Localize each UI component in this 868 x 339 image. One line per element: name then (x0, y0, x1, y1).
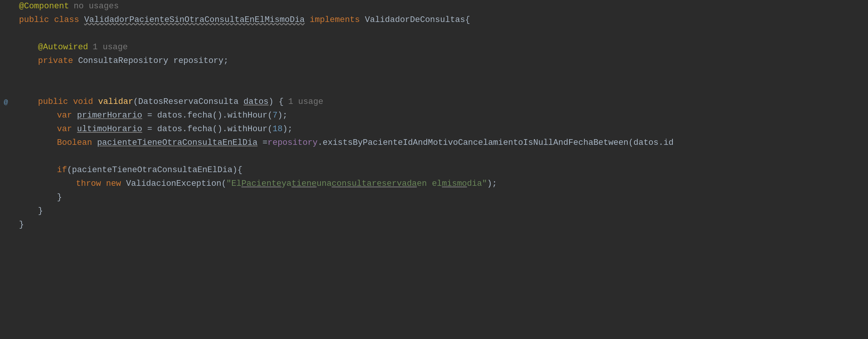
assign-2: = datos.fecha().withHour( (142, 123, 272, 135)
repository-ref: repository (268, 137, 318, 149)
exception-paren: ( (221, 177, 226, 190)
string-reservada: reservada (372, 177, 417, 190)
param-type-datos: DatosReservaConsulta (138, 96, 238, 108)
close-brace-if: } (57, 191, 62, 204)
space (72, 109, 77, 122)
string-tiene: tiene (292, 177, 317, 190)
kw-new: new (106, 177, 121, 190)
code-line-17: } (0, 218, 868, 232)
var-paciente-tiene: pacienteTieneOtraConsultaEnElDia (97, 137, 257, 149)
code-line-13: if (pacienteTieneOtraConsultaEnElDia){ (0, 164, 868, 177)
kw-boolean: Boolean (57, 137, 92, 149)
space (92, 137, 97, 149)
string-el: "El (226, 177, 241, 190)
method-chain: .existsByPacienteIdAndMotivoCancelamient… (318, 137, 674, 149)
hint-1-usage-method: 1 usage (288, 96, 323, 108)
code-line-14: throw new ValidacionException ( "El Paci… (0, 177, 868, 191)
string-una: una (317, 177, 332, 190)
field-repo: repository; (173, 55, 228, 67)
space (72, 123, 77, 135)
space (68, 96, 73, 108)
string-mismo: mismo (442, 177, 467, 190)
close-brace-class: } (19, 218, 24, 231)
space (168, 55, 173, 67)
assign-3: = (257, 137, 267, 149)
paren-open: ( (133, 96, 138, 108)
class-name-decl: ValidadorPacienteSinOtraConsultaEnElMism… (84, 14, 305, 26)
annotation-autowired: @Autowired (38, 41, 88, 53)
space (121, 177, 126, 190)
code-line-9: var primerHorario = datos.fecha().withHo… (0, 109, 868, 123)
space (73, 55, 78, 67)
hint-no-usages: no usages (74, 0, 119, 13)
code-line-3 (0, 27, 868, 41)
class-consulta-repo: ConsultaRepository (78, 55, 169, 67)
kw-var-1: var (57, 109, 72, 122)
if-condition: (pacienteTieneOtraConsultaEnElDia){ (67, 164, 242, 176)
code-line-4: @Autowired 1 usage (0, 41, 868, 55)
string-en-el: en el (417, 177, 442, 190)
var-primer-horario: primerHorario (77, 109, 142, 122)
space (305, 14, 310, 26)
space (49, 14, 54, 26)
kw-void: void (73, 96, 93, 108)
exception-close: ); (487, 177, 497, 190)
space (93, 96, 98, 108)
exception-class: ValidacionException (126, 177, 221, 190)
var-ultimo-horario: ultimoHorario (77, 123, 142, 135)
hint-1-usage: 1 usage (93, 41, 128, 53)
semi-2: ); (282, 123, 292, 135)
semi-1: ); (278, 109, 287, 122)
kw-throw: throw (76, 177, 101, 190)
close-brace-method: } (38, 205, 43, 217)
num-7: 7 (273, 109, 278, 122)
code-line-11: Boolean pacienteTieneOtraConsultaEnElDia… (0, 137, 868, 150)
code-editor: @Component no usages public class Valida… (0, 0, 868, 339)
kw-private: private (38, 55, 73, 67)
string-paciente: Paciente (241, 177, 282, 190)
code-line-10: var ultimoHorario = datos.fecha().withHo… (0, 123, 868, 137)
kw-public-method: public (38, 96, 68, 108)
code-line-1: @Component no usages (0, 0, 868, 14)
string-consulta: consulta (331, 177, 372, 190)
assign-1: = datos.fecha().withHour( (142, 109, 272, 122)
kw-if: if (57, 164, 67, 176)
method-validar: validar (98, 96, 133, 108)
code-line-5: private ConsultaRepository repository; (0, 55, 868, 68)
kw-implements: implements (310, 14, 360, 26)
param-datos: datos (243, 96, 268, 108)
code-line-8: @ public void validar ( DatosReservaCons… (0, 96, 868, 109)
space (360, 14, 365, 26)
string-ya: ya (281, 177, 291, 190)
kw-var-2: var (57, 123, 72, 135)
string-dia: dia" (467, 177, 487, 190)
method-open-brace: { (274, 96, 284, 108)
paren-close: ) (268, 96, 273, 108)
space (79, 14, 84, 26)
code-line-12 (0, 150, 868, 164)
code-line-6 (0, 68, 868, 82)
interface-name: ValidadorDeConsultas (365, 14, 465, 26)
code-line-2: public class ValidadorPacienteSinOtraCon… (0, 14, 868, 27)
code-line-16: } (0, 205, 868, 218)
gutter-icon-method: @ (4, 97, 8, 108)
kw-public-class: public (19, 14, 49, 26)
num-18: 18 (273, 123, 282, 135)
space (101, 177, 106, 190)
space (238, 96, 243, 108)
code-line-7 (0, 82, 868, 96)
kw-class: class (54, 14, 79, 26)
code-line-15: } (0, 191, 868, 205)
open-brace: { (465, 14, 470, 26)
annotation-component: @Component (19, 0, 69, 13)
